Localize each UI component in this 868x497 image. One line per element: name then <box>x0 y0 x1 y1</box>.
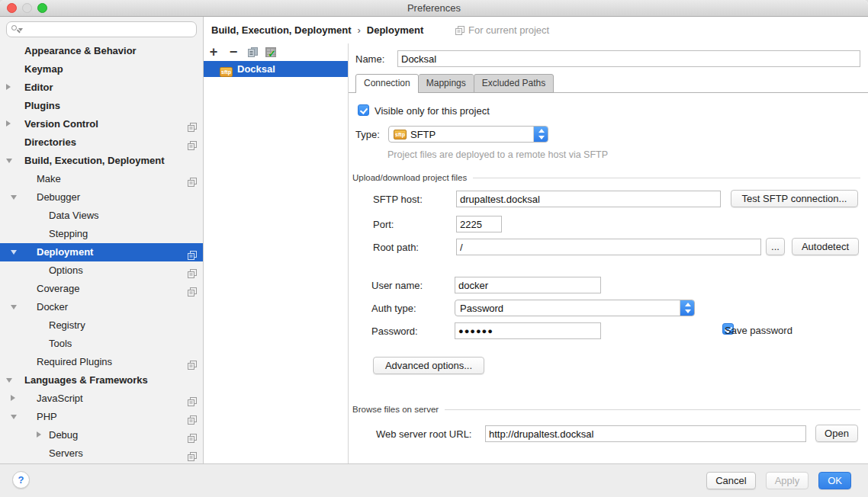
open-url-button[interactable]: Open <box>815 425 858 442</box>
tab-excluded-paths[interactable]: Excluded Paths <box>474 74 554 93</box>
sidebar-item-label: Stepping <box>49 225 88 243</box>
sidebar-item-build-execution-deployment[interactable]: Build, Execution, Deployment <box>0 152 203 170</box>
sidebar-item-label: Directories <box>24 133 76 152</box>
sidebar-item-plugins[interactable]: Plugins <box>0 97 203 115</box>
breadcrumb: Build, Execution, Deployment›Deployment <box>211 24 423 36</box>
visible-only-checkbox[interactable] <box>358 104 369 116</box>
browse-root-path-button[interactable]: ... <box>766 238 785 255</box>
sidebar-item-label: Required Plugins <box>37 353 112 371</box>
sidebar-item-php[interactable]: PHP <box>0 408 203 426</box>
browse-group-header: Browse files on server <box>352 405 860 414</box>
sidebar-item-javascript[interactable]: JavaScript <box>0 390 203 408</box>
sidebar-item-directories[interactable]: Directories <box>0 133 203 152</box>
sidebar-item-debugger[interactable]: Debugger <box>0 188 203 207</box>
sidebar-item-servers[interactable]: Servers <box>0 444 203 463</box>
user-name-input[interactable] <box>455 277 601 293</box>
sidebar-item-label: Debug <box>49 426 78 444</box>
name-input[interactable] <box>397 50 860 67</box>
sidebar-item-editor[interactable]: Editor <box>0 79 203 97</box>
deployment-form: Name: ConnectionMappingsExcluded Paths V… <box>349 43 868 463</box>
chevron-down-icon[interactable] <box>11 415 17 419</box>
auth-type-value: Password <box>460 303 503 314</box>
select-stepper-icon <box>533 127 548 142</box>
chevron-right-icon[interactable] <box>37 431 41 438</box>
autodetect-button[interactable]: Autodetect <box>792 238 859 255</box>
sidebar-item-stepping[interactable]: Stepping <box>0 225 203 243</box>
sidebar-item-deployment[interactable]: Deployment <box>0 243 203 261</box>
apply-button[interactable]: Apply <box>766 472 809 489</box>
sidebar-item-tools[interactable]: Tools <box>0 335 203 353</box>
sidebar-item-make[interactable]: Make <box>0 170 203 188</box>
use-as-default-button[interactable]: ✓ <box>263 43 278 60</box>
tab-connection[interactable]: Connection <box>355 74 419 93</box>
sftp-icon: sftp <box>220 67 233 77</box>
chevron-right-icon[interactable] <box>6 120 11 127</box>
sidebar-item-docker[interactable]: Docker <box>0 298 203 316</box>
auth-type-select[interactable]: Password <box>455 300 695 316</box>
settings-search-input[interactable] <box>6 21 197 37</box>
remove-server-button[interactable]: − <box>227 43 240 60</box>
web-root-label: Web server root URL: <box>376 428 471 440</box>
type-select[interactable]: sftpSFTP <box>388 126 548 143</box>
breadcrumb-current: Deployment <box>367 24 423 36</box>
sidebar-item-languages-frameworks[interactable]: Languages & Frameworks <box>0 371 203 390</box>
sidebar-item-debug[interactable]: Debug <box>0 426 203 444</box>
sidebar-item-label: Registry <box>49 316 85 335</box>
window-title: Preferences <box>0 2 868 14</box>
chevron-down-icon[interactable] <box>6 378 12 383</box>
add-server-button[interactable]: + <box>207 43 220 60</box>
port-input[interactable] <box>456 216 502 232</box>
cancel-button[interactable]: Cancel <box>706 472 755 489</box>
password-input[interactable] <box>455 322 601 339</box>
server-list-panel: + − ✓ s <box>204 43 349 463</box>
per-project-icon <box>455 26 465 35</box>
sidebar-item-coverage[interactable]: Coverage <box>0 280 203 298</box>
chevron-down-icon[interactable] <box>11 250 17 255</box>
tab-bar: ConnectionMappingsExcluded Paths <box>349 75 868 93</box>
server-list-item-docksal[interactable]: sftpDocksal <box>204 61 348 77</box>
web-root-input[interactable] <box>485 425 806 442</box>
sidebar-item-label: Options <box>49 261 83 280</box>
sftp-icon: sftp <box>394 130 407 139</box>
test-sftp-connection-button[interactable]: Test SFTP connection... <box>731 190 858 207</box>
root-path-input[interactable] <box>456 239 761 255</box>
sidebar-item-label: PHP <box>37 408 57 426</box>
chevron-right-icon[interactable] <box>6 84 11 90</box>
copy-server-button[interactable] <box>245 43 260 60</box>
help-button[interactable]: ? <box>12 471 30 489</box>
per-project-icon <box>188 415 197 425</box>
sftp-host-input[interactable] <box>456 191 721 207</box>
per-project-icon <box>188 434 197 443</box>
user-name-label: User name: <box>371 280 423 291</box>
sidebar-item-label: Languages & Frameworks <box>24 371 148 390</box>
type-label: Type: <box>355 129 380 140</box>
breadcrumb-parent[interactable]: Build, Execution, Deployment <box>211 24 351 36</box>
advanced-options-button[interactable]: Advanced options... <box>373 357 484 374</box>
sidebar-item-label: Plugins <box>24 97 60 115</box>
sidebar-item-registry[interactable]: Registry <box>0 316 203 335</box>
scope-label: For current project <box>468 24 549 36</box>
sidebar-item-options[interactable]: Options <box>0 261 203 280</box>
settings-sidebar: Appearance & BehaviorKeymapEditorPlugins… <box>0 17 204 463</box>
chevron-down-icon[interactable] <box>6 159 12 163</box>
sidebar-item-label: Appearance & Behavior <box>24 42 137 60</box>
chevron-down-icon[interactable] <box>11 195 17 200</box>
sidebar-item-keymap[interactable]: Keymap <box>0 60 203 79</box>
sidebar-item-required-plugins[interactable]: Required Plugins <box>0 353 203 371</box>
sidebar-item-data-views[interactable]: Data Views <box>0 207 203 225</box>
ok-button[interactable]: OK <box>818 472 851 489</box>
sidebar-item-label: Data Views <box>49 207 99 225</box>
preferences-window: Preferences Appearance & BehaviorKeymapE… <box>0 0 868 497</box>
sidebar-item-version-control[interactable]: Version Control <box>0 115 203 133</box>
sidebar-item-appearance-behavior[interactable]: Appearance & Behavior <box>0 42 203 60</box>
chevron-down-icon[interactable] <box>11 305 17 309</box>
sidebar-item-label: Version Control <box>24 115 98 133</box>
scope-indicator: For current project <box>455 24 549 36</box>
sidebar-item-label: Deployment <box>37 243 93 261</box>
chevron-right-icon[interactable] <box>11 395 15 401</box>
type-hint: Project files are deployed to a remote h… <box>387 149 608 160</box>
select-stepper-icon <box>680 300 694 316</box>
sidebar-item-label: Tools <box>49 335 72 353</box>
tab-mappings[interactable]: Mappings <box>419 74 474 93</box>
sidebar-item-label: Keymap <box>24 60 63 79</box>
